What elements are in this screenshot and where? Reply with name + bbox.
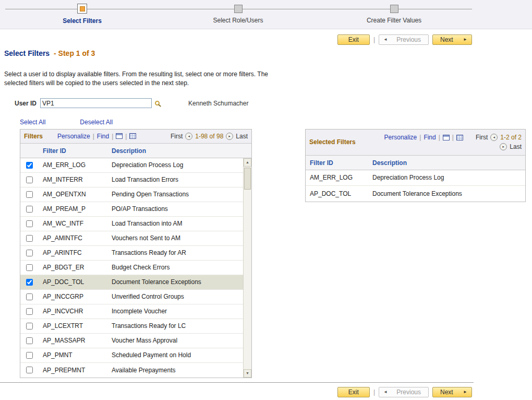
next-button[interactable]: Next►: [432, 34, 472, 45]
download-grid-icon[interactable]: [129, 133, 136, 139]
top-toolbar: Exit | ◄Previous Next►: [0, 34, 532, 45]
separator: |: [452, 134, 454, 141]
instructions-text: Select a user id to display available fi…: [4, 70, 532, 88]
separator: |: [439, 134, 440, 141]
row-select-checkbox[interactable]: [26, 235, 33, 242]
exit-button-bottom[interactable]: Exit: [337, 387, 370, 397]
row-select-checkbox[interactable]: [26, 279, 33, 286]
selected-rows: AM_ERR_LOGDepreciation Process LogAP_DOC…: [306, 170, 525, 202]
description-cell: Transactions Ready for AR: [107, 249, 251, 256]
checkbox-cell: [20, 191, 39, 198]
checkbox-cell: [20, 250, 39, 256]
filter-id-cell: AP_MASSAPR: [39, 337, 107, 344]
filter-id-column-header[interactable]: Filter ID: [39, 144, 107, 158]
checkbox-cell: [20, 162, 39, 169]
filter-id-cell: AP_AMINTFC: [39, 234, 107, 242]
checkbox-cell: [20, 323, 39, 330]
next-page-icon[interactable]: ►: [226, 133, 233, 140]
description-column-header[interactable]: Description: [368, 156, 525, 170]
selected-grid-title: Selected Filters: [309, 138, 356, 146]
selected-grid-header-controls: Personalize | Find | | First ◄ 1-2 of 2 …: [384, 134, 522, 150]
table-row: AM_ERR_LOGDepreciation Process Log: [20, 158, 251, 173]
exit-button[interactable]: Exit: [337, 34, 370, 45]
toolbar-separator: |: [373, 36, 375, 43]
wizard-stepper: Select Filters Select Role/Users Create …: [0, 0, 532, 29]
zoom-window-icon[interactable]: [443, 135, 450, 140]
filter-id-cell: AM_PREAM_P: [39, 205, 107, 213]
personalize-link[interactable]: Personalize: [384, 134, 417, 141]
row-select-checkbox[interactable]: [26, 191, 33, 198]
row-select-checkbox[interactable]: [26, 220, 33, 227]
filter-id-cell: AP_LCEXTRT: [39, 322, 107, 330]
find-link[interactable]: Find: [97, 133, 109, 140]
select-all-link[interactable]: Select All: [20, 119, 45, 126]
row-select-checkbox[interactable]: [26, 250, 33, 256]
instructions-line-2: selected filters will be copied to the u…: [4, 79, 532, 88]
step-indicator-icon: [390, 5, 398, 13]
step-create-filter-values: Create Filter Values: [316, 4, 472, 25]
row-select-checkbox[interactable]: [26, 308, 33, 315]
selected-grid-links: Personalize | Find | | First ◄ 1-2 of 2: [384, 134, 522, 141]
row-select-checkbox[interactable]: [26, 264, 33, 271]
first-link[interactable]: First: [171, 133, 183, 140]
previous-button-bottom[interactable]: ◄Previous: [379, 387, 429, 397]
step-label: Select Filters: [63, 17, 102, 25]
filters-rows: AM_ERR_LOGDepreciation Process LogAM_INT…: [20, 158, 251, 378]
description-cell: Load Transaction Errors: [107, 176, 251, 183]
selected-filters-grid: Selected Filters Personalize | Find | | …: [305, 129, 526, 202]
last-link[interactable]: Last: [510, 143, 522, 150]
row-select-checkbox[interactable]: [26, 337, 33, 344]
filter-id-cell: AP_BDGT_ER: [39, 264, 107, 271]
previous-page-icon[interactable]: ◄: [185, 133, 192, 140]
scrollbar-thumb[interactable]: [244, 168, 251, 190]
next-button-bottom[interactable]: Next►: [432, 387, 472, 397]
deselect-all-link[interactable]: Deselect All: [80, 119, 113, 126]
separator: |: [125, 133, 127, 140]
filters-grid-pagination: First ◄ 1-98 of 98 ► Last: [171, 133, 248, 140]
filters-grid-links: Personalize | Find | |: [57, 133, 136, 140]
row-select-checkbox[interactable]: [26, 367, 33, 373]
description-cell: Voucher Mass Approval: [107, 337, 251, 344]
zoom-window-icon[interactable]: [116, 133, 123, 139]
table-row: AP_LCEXTRTTransactions Ready for LC: [20, 319, 251, 334]
row-select-checkbox[interactable]: [26, 177, 33, 183]
lookup-icon[interactable]: [155, 99, 164, 108]
description-cell: Document Tolerance Exceptions: [368, 190, 525, 197]
scroll-down-icon[interactable]: ▼: [244, 369, 251, 378]
row-select-checkbox[interactable]: [26, 293, 33, 300]
description-cell: Available Prepayments: [107, 367, 251, 374]
first-link[interactable]: First: [476, 134, 488, 141]
bottom-toolbar: Exit | ◄Previous Next►: [0, 387, 532, 397]
step-indicator-fill: [80, 6, 85, 11]
download-grid-icon[interactable]: [456, 135, 463, 140]
step-select-role-users: Select Role/Users: [160, 4, 316, 25]
vertical-scrollbar[interactable]: ▲ ▼: [243, 158, 251, 378]
page: Select Filters Select Role/Users Create …: [0, 0, 532, 400]
row-range: 1-2 of 2: [500, 134, 522, 141]
table-row: AP_BDGT_ERBudget Check Errors: [20, 261, 251, 275]
previous-button-label: Previous: [396, 36, 421, 43]
filter-id-cell: AM_ERR_LOG: [306, 174, 368, 181]
previous-button[interactable]: ◄Previous: [379, 34, 429, 45]
personalize-link[interactable]: Personalize: [57, 133, 90, 140]
description-cell: Depreciation Process Log: [107, 161, 251, 169]
row-select-checkbox[interactable]: [26, 162, 33, 169]
last-link[interactable]: Last: [236, 133, 248, 140]
filters-column-headers: Filter ID Description: [20, 144, 251, 158]
user-id-input[interactable]: [40, 98, 152, 108]
filters-grid-body: AM_ERR_LOGDepreciation Process LogAM_INT…: [20, 158, 251, 378]
table-row: AP_AMINTFCVouchers not Sent to AM: [20, 231, 251, 246]
next-page-icon[interactable]: ►: [500, 143, 507, 150]
page-title-text: Select Filters: [4, 49, 50, 57]
row-select-checkbox[interactable]: [26, 352, 33, 359]
filter-id-cell: AP_DOC_TOL: [39, 278, 107, 286]
previous-page-icon[interactable]: ◄: [490, 134, 498, 141]
description-column-header[interactable]: Description: [107, 144, 251, 158]
row-select-checkbox[interactable]: [26, 206, 33, 213]
checkbox-cell: [20, 279, 39, 286]
find-link[interactable]: Find: [424, 134, 436, 141]
scroll-up-icon[interactable]: ▲: [244, 158, 251, 167]
description-cell: Budget Check Errors: [107, 264, 251, 271]
filter-id-column-header[interactable]: Filter ID: [306, 156, 368, 170]
row-select-checkbox[interactable]: [26, 323, 33, 330]
